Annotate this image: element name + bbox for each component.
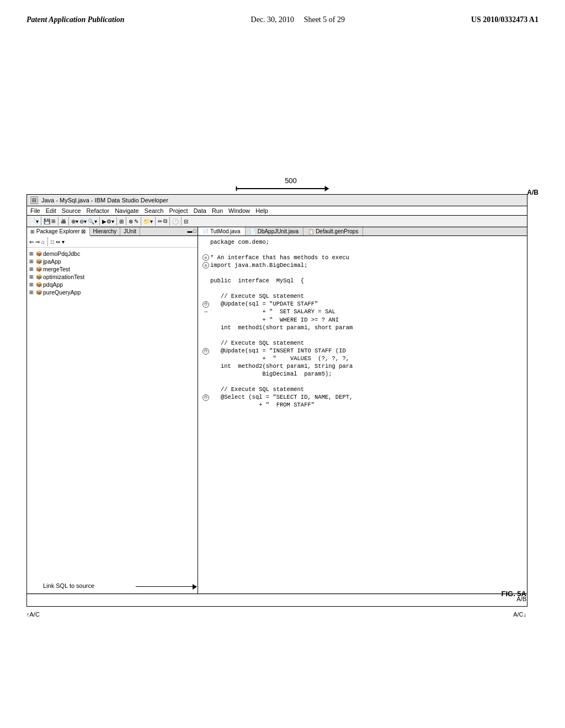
tree-item-pureQueryApp[interactable]: ⊞ 📦 pureQueryApp xyxy=(29,288,195,296)
menu-window[interactable]: Window xyxy=(228,207,250,214)
code-line-method2: int method2(short param1, String para xyxy=(201,362,524,370)
editor-tab-tutmod[interactable]: 📄 TutMod.java xyxy=(198,227,246,235)
toolbar-sep-6 xyxy=(126,217,126,226)
ac-arrow-down: ↓ xyxy=(524,611,527,618)
link-sql-arrow xyxy=(136,586,196,587)
code-text-comment-sql1: // Execute SQL statement xyxy=(210,292,524,300)
code-line-method1: int method1(short param1, short param xyxy=(201,324,524,331)
menu-run[interactable]: Run xyxy=(212,207,223,214)
toolbar-clock-icon[interactable]: 🕐 xyxy=(172,218,179,224)
code-line-import: ⊕ import java.math.BigDecimal; xyxy=(201,261,524,269)
panel-collapse-icon[interactable]: □ xyxy=(51,239,54,245)
expand-icon: ⊞ xyxy=(29,282,35,287)
tree-icon-package: 📦 xyxy=(36,266,42,272)
menu-file[interactable]: File xyxy=(30,207,40,214)
code-text-ann3: @Select (sql = "SELECT ID, NAME, DEPT, xyxy=(210,393,524,401)
tree-item-mergeTest[interactable]: ⊞ 📦 mergeTest xyxy=(29,265,195,273)
editor-tab-dbappjunit[interactable]: 📄 DbAppJUnit.java xyxy=(246,227,303,235)
toolbar-new-icon[interactable]: 📄▾ xyxy=(29,218,39,224)
toolbar-save-icon[interactable]: 💾 xyxy=(44,218,50,224)
tree-icon-package: 📦 xyxy=(36,274,42,280)
toolbar-back-icon[interactable]: ⊕▾ xyxy=(71,218,78,224)
code-text-package: package com.demo; xyxy=(210,238,524,246)
menu-project[interactable]: Project xyxy=(169,207,188,214)
toolbar-sep-7 xyxy=(141,217,141,226)
code-line-comment-sql1: // Execute SQL statement xyxy=(201,292,524,300)
panel-maximize-icon[interactable]: □ xyxy=(194,228,196,234)
ab-bottom-right-label: A/B xyxy=(516,596,526,602)
ide-menubar: File Edit Source Refactor Navigate Searc… xyxy=(27,206,527,216)
code-text-import: import java.math.BigDecimal; xyxy=(210,261,524,269)
expand-icon: ⊞ xyxy=(29,266,35,272)
code-line-annotation3: ⊖ @Select (sql = "SELECT ID, NAME, DEPT, xyxy=(201,393,524,401)
menu-help[interactable]: Help xyxy=(255,207,268,214)
toolbar-folder-icon[interactable]: 📁▾ xyxy=(143,218,153,224)
nav-forward-icon[interactable]: ⇒ xyxy=(35,239,40,245)
menu-refactor[interactable]: Refactor xyxy=(87,207,110,214)
menu-source[interactable]: Source xyxy=(62,207,81,214)
ac-label-right: A/C xyxy=(513,611,523,618)
toolbar-sep-8 xyxy=(155,217,156,226)
code-text-interface: public interface MySql { xyxy=(210,277,524,285)
expand-icon: ⊞ xyxy=(29,290,35,295)
toolbar-run-icon[interactable]: ▶⚙▾ xyxy=(102,218,114,224)
ide-window-icon: ⊟ xyxy=(30,196,38,204)
tree-item-pdqApp[interactable]: ⊞ 📦 pdqApp xyxy=(29,281,195,288)
ide-right-panel: 📄 TutMod.java 📄 DbAppJUnit.java 📋 Defaul… xyxy=(198,227,527,593)
code-text-comment1: * An interface that has methods to execu xyxy=(210,254,524,261)
code-text-cont1: + " SET SALARY = SAL xyxy=(210,308,524,315)
code-line-annotation2: ⊖ @Update(sq1 = "INSERT INTO STAFF (ID xyxy=(201,347,524,355)
code-text-method2: int method2(short param1, String para xyxy=(210,362,524,370)
tab-junit[interactable]: JUnit xyxy=(120,227,140,235)
nav-home-icon[interactable]: ⌂ xyxy=(41,239,45,245)
code-text-ann2: @Update(sq1 = "INSERT INTO STAFF (ID xyxy=(210,347,524,355)
toolbar-save-all-icon[interactable]: ⊞ xyxy=(51,218,56,224)
tree-label: mergeTest xyxy=(43,266,70,272)
tree-label: jpaApp xyxy=(43,258,61,265)
tab-package-explorer[interactable]: ⊞ Package Explorer ⊠ xyxy=(27,227,90,236)
tree-icon-package: 📦 xyxy=(36,259,42,264)
ide-title: Java - MySql.java - IBM Data Studio Deve… xyxy=(41,197,168,204)
menu-data[interactable]: Data xyxy=(194,207,206,214)
code-text-cont4: BigDecimal param5); xyxy=(210,370,524,378)
java-file-icon: 📄 xyxy=(202,229,209,234)
tree-item-optimizationTest[interactable]: ⊞ 📦 optimizationTest xyxy=(29,273,195,281)
toolbar-layout-icon[interactable]: ⊟ xyxy=(184,218,188,224)
toolbar-print-icon[interactable]: 🖶 xyxy=(61,218,66,224)
code-line-blank1 xyxy=(201,246,524,254)
toolbar-sep-1 xyxy=(41,217,41,226)
toolbar-edit-icon[interactable]: ✎ xyxy=(134,218,138,224)
toolbar-sep-10 xyxy=(181,217,182,226)
ide-toolbar: 📄▾ 💾 ⊞ 🖶 ⊕▾ ⊖▾ 🔍▾ ▶⚙▾ ⊞ ⊗ ✎ 📁▾ ✏ ⧉ 🕐 xyxy=(27,216,527,227)
panel-content: ⊞ 📦 demoPdqJdbc ⊞ 📦 jpaApp ⊞ 📦 mergeTest xyxy=(27,248,198,593)
ac-bottom-left-label: ↑A/C xyxy=(26,611,40,618)
menu-edit[interactable]: Edit xyxy=(46,207,56,214)
panel-menu-icon[interactable]: ▾ xyxy=(62,239,65,245)
toolbar-search-icon[interactable]: 🔍▾ xyxy=(88,218,97,224)
toolbar-pencil-icon[interactable]: ✏ xyxy=(158,218,162,224)
panel-link-icon[interactable]: ⇔ xyxy=(56,239,60,245)
panel-minimize-icon[interactable]: ▬ xyxy=(188,228,193,234)
annotation-circle-1: ⊕ xyxy=(201,254,210,261)
gutter-import: ⊕ xyxy=(201,261,210,269)
panel-toolbar: ⇐ ⇒ ⌂ □ ⇔ ▾ xyxy=(27,236,198,248)
code-line-package: package com.demo; xyxy=(201,238,524,246)
java-file-icon-2: 📄 xyxy=(250,229,256,234)
ac-bottom-right-inner-label: A/C↓ xyxy=(513,611,526,618)
toolbar-link-icon[interactable]: ⊗ xyxy=(129,218,133,224)
editor-content[interactable]: package com.demo; ⊕ * An interface that … xyxy=(198,236,527,593)
code-line-blank3 xyxy=(201,285,524,292)
tab-hierarchy[interactable]: Hierarchy xyxy=(90,227,121,235)
tree-item-demoPdqJdbc[interactable]: ⊞ 📦 demoPdqJdbc xyxy=(29,250,195,258)
tree-icon-package: 📦 xyxy=(36,251,42,256)
tree-item-jpaApp[interactable]: ⊞ 📦 jpaApp xyxy=(29,258,195,265)
nav-back-icon[interactable]: ⇐ xyxy=(29,239,34,245)
editor-tab-defaultgenprops[interactable]: 📋 Default.genProps xyxy=(303,227,363,235)
toolbar-copy-icon[interactable]: ⧉ xyxy=(163,218,167,224)
menu-search[interactable]: Search xyxy=(145,207,164,214)
toolbar-grid-icon[interactable]: ⊞ xyxy=(119,218,124,224)
toolbar-forward-icon[interactable]: ⊖▾ xyxy=(79,218,87,224)
code-line-annotation1: ⊖ @Update(sql = "UPDATE STAFF" xyxy=(201,300,524,308)
expand-icon: ⊞ xyxy=(29,274,35,280)
menu-navigate[interactable]: Navigate xyxy=(115,207,138,214)
